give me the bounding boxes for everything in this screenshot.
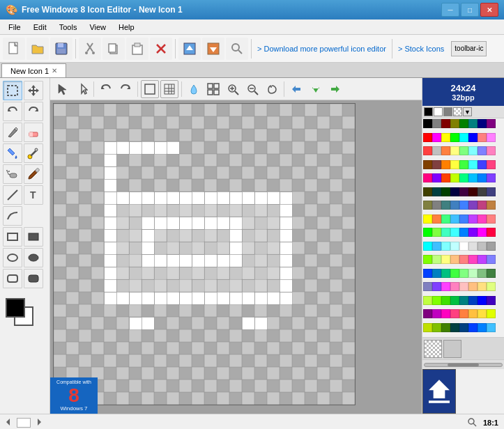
white-swatch[interactable]: [434, 107, 443, 116]
palette-color-108[interactable]: [459, 296, 468, 305]
palette-color-75[interactable]: [450, 242, 459, 251]
palette-color-46[interactable]: [478, 187, 487, 196]
menu-edit[interactable]: Edit: [28, 22, 52, 33]
copy-button[interactable]: [102, 38, 125, 60]
palette-color-97[interactable]: [432, 282, 441, 291]
palette-color-102[interactable]: [478, 282, 487, 291]
grid-toggle-btn[interactable]: [204, 80, 222, 98]
maximize-button[interactable]: □: [461, 3, 479, 17]
tool-rounded-outline[interactable]: [3, 269, 22, 288]
tool-text[interactable]: T: [24, 185, 43, 205]
palette-color-87[interactable]: [487, 255, 496, 264]
palette-color-19[interactable]: [450, 146, 459, 155]
palette-color-61[interactable]: [468, 214, 478, 224]
palette-color-25[interactable]: [432, 160, 441, 169]
palette-color-90[interactable]: [441, 269, 450, 278]
palette-color-117[interactable]: [468, 309, 478, 318]
menu-help[interactable]: Help: [113, 22, 140, 33]
zoom-in-status[interactable]: [466, 416, 478, 429]
palette-color-36[interactable]: [459, 173, 468, 182]
normal-view-btn[interactable]: [141, 80, 159, 98]
palette-color-21[interactable]: [468, 146, 478, 155]
palette-color-74[interactable]: [441, 242, 450, 251]
palette-color-120[interactable]: [423, 323, 432, 332]
palette-color-45[interactable]: [468, 187, 478, 196]
palette-color-62[interactable]: [478, 214, 487, 224]
palette-color-81[interactable]: [432, 255, 441, 264]
palette-color-30[interactable]: [478, 160, 487, 169]
palette-color-35[interactable]: [450, 173, 459, 182]
palette-color-86[interactable]: [478, 255, 487, 264]
palette-color-71[interactable]: [487, 228, 496, 237]
palette-color-121[interactable]: [432, 323, 441, 332]
tool-eraser[interactable]: [24, 123, 43, 142]
palette-color-44[interactable]: [459, 187, 468, 196]
stock-icons-link[interactable]: > Stock Icons: [395, 45, 447, 53]
select-tool-btn[interactable]: [53, 80, 71, 98]
palette-color-116[interactable]: [459, 309, 468, 318]
palette-color-68[interactable]: [459, 228, 468, 237]
palette-color-73[interactable]: [432, 242, 441, 251]
palette-color-3[interactable]: [450, 119, 459, 128]
palette-color-11[interactable]: [450, 133, 459, 142]
tool-fill[interactable]: [3, 143, 22, 163]
palette-scrollbar[interactable]: [422, 359, 504, 369]
menu-view[interactable]: View: [84, 22, 112, 33]
palette-color-113[interactable]: [432, 309, 441, 318]
palette-color-127[interactable]: [487, 323, 496, 332]
palette-color-79[interactable]: [487, 242, 496, 251]
tool-rect-fill[interactable]: [24, 227, 43, 247]
arrow-right-btn[interactable]: [326, 80, 344, 98]
palette-color-49[interactable]: [432, 201, 441, 210]
palette-color-0[interactable]: [423, 119, 432, 128]
palette-color-107[interactable]: [450, 296, 459, 305]
palette-color-100[interactable]: [459, 282, 468, 291]
palette-color-56[interactable]: [423, 214, 432, 224]
undo-btn[interactable]: [97, 80, 115, 98]
droplet-btn[interactable]: [185, 80, 203, 98]
palette-color-95[interactable]: [487, 269, 496, 278]
menu-tools[interactable]: Tools: [54, 22, 83, 33]
palette-color-101[interactable]: [468, 282, 478, 291]
arrow-nav-right[interactable]: [33, 416, 45, 429]
palette-color-57[interactable]: [432, 214, 441, 224]
palette-color-91[interactable]: [450, 269, 459, 278]
palette-color-53[interactable]: [468, 201, 478, 210]
tool-undo[interactable]: [3, 102, 22, 121]
palette-color-67[interactable]: [450, 228, 459, 237]
palette-color-99[interactable]: [450, 282, 459, 291]
size-selector[interactable]: 24x24 32bpp: [422, 78, 504, 106]
palette-color-27[interactable]: [450, 160, 459, 169]
gray1-swatch[interactable]: [443, 107, 452, 116]
palette-color-58[interactable]: [441, 214, 450, 224]
palette-color-77[interactable]: [468, 242, 478, 251]
palette-color-17[interactable]: [432, 146, 441, 155]
palette-color-104[interactable]: [423, 296, 432, 305]
palette-color-96[interactable]: [423, 282, 432, 291]
palette-options-btn[interactable]: ▼: [463, 107, 472, 116]
import-button[interactable]: [178, 38, 201, 60]
foreground-color[interactable]: [6, 298, 25, 318]
palette-color-114[interactable]: [441, 309, 450, 318]
transparent-swatch[interactable]: [453, 107, 462, 116]
palette-color-18[interactable]: [441, 146, 450, 155]
palette-color-8[interactable]: [423, 133, 432, 142]
palette-color-6[interactable]: [478, 119, 487, 128]
palette-color-51[interactable]: [450, 201, 459, 210]
palette-color-9[interactable]: [432, 133, 441, 142]
lasso-btn[interactable]: [263, 80, 281, 98]
palette-color-12[interactable]: [459, 133, 468, 142]
tool-curve[interactable]: [3, 206, 22, 226]
solid-preview[interactable]: [443, 340, 461, 358]
arrow-down-btn[interactable]: [307, 80, 325, 98]
palette-color-37[interactable]: [468, 173, 478, 182]
palette-color-42[interactable]: [441, 187, 450, 196]
tool-airbrush[interactable]: [3, 164, 22, 184]
palette-color-22[interactable]: [478, 146, 487, 155]
palette-color-64[interactable]: [423, 228, 432, 237]
palette-color-76[interactable]: [459, 242, 468, 251]
palette-color-7[interactable]: [487, 119, 496, 128]
palette-color-23[interactable]: [487, 146, 496, 155]
tab-new-icon-1[interactable]: New Icon 1 ✕: [1, 63, 66, 77]
palette-color-60[interactable]: [459, 214, 468, 224]
